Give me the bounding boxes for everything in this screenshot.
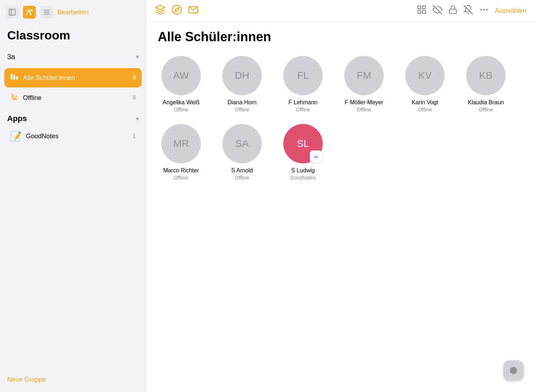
compass-icon[interactable]	[171, 4, 182, 18]
sidebar-item-alle-schueler[interactable]: Alle Schüler:innen 9	[4, 68, 142, 87]
student-name-fl: F Lehmann	[289, 99, 318, 106]
goodnotes-count: 1	[133, 133, 136, 140]
svg-marker-11	[156, 5, 165, 10]
avatar-kb: KB	[466, 56, 506, 95]
alle-schueler-icon	[10, 72, 19, 83]
class-row[interactable]: 3a ▾	[6, 49, 140, 64]
goodnotes-app-icon: 📝	[10, 130, 22, 142]
student-card-kb[interactable]: KB Klaudia Braun Offline	[463, 56, 509, 113]
student-name-mr: Marco Richter	[163, 167, 199, 174]
avatar-fm: FM	[344, 56, 384, 95]
svg-point-10	[14, 98, 15, 99]
main-toolbar: Auswählen	[146, 0, 535, 22]
offline-icon	[10, 92, 19, 103]
svg-point-3	[30, 10, 32, 12]
student-status-fl: Offline	[296, 107, 310, 113]
student-status-dh: Offline	[235, 107, 249, 113]
svg-rect-16	[422, 6, 425, 9]
main-toolbar-left	[155, 4, 199, 18]
sidebar-toggle-icon[interactable]	[6, 6, 19, 19]
student-status-kb: Offline	[479, 107, 493, 113]
avatar-sl: SL	[283, 124, 323, 163]
layers-icon[interactable]	[155, 4, 166, 18]
neue-gruppe-button[interactable]: Neue Gruppe	[7, 376, 46, 383]
avatar-initials-kv: KV	[418, 70, 431, 81]
svg-rect-15	[418, 6, 421, 9]
svg-rect-17	[418, 10, 421, 13]
apps-chevron-icon: ▾	[136, 115, 139, 122]
goodnotes-badge-sl	[310, 150, 322, 163]
student-status-kv: Offline	[418, 107, 432, 113]
avatar-initials-mr: MR	[173, 138, 189, 149]
sidebar-header: Classroom	[0, 20, 146, 46]
student-name-sa: S Arnold	[231, 167, 253, 174]
grid-icon[interactable]	[417, 5, 427, 17]
avatar-fl: FL	[283, 56, 323, 95]
bearbeiten-button[interactable]: Bearbeiten	[57, 9, 89, 16]
student-status-aw: Offline	[174, 107, 188, 113]
svg-rect-7	[11, 74, 13, 80]
student-card-fl[interactable]: FL F Lehmann Offline	[280, 56, 326, 113]
bell-off-icon[interactable]	[463, 5, 473, 17]
bottom-right-button-inner	[510, 367, 517, 374]
avatar-initials-dh: DH	[235, 70, 249, 81]
student-name-dh: Diana Horn	[228, 99, 257, 106]
bottom-right-button[interactable]	[503, 360, 524, 381]
student-card-sl[interactable]: SL S Ludwig GoodNotes	[280, 124, 326, 181]
student-name-fm: F Möller-Meyer	[345, 99, 383, 106]
avatar-aw: AW	[161, 56, 201, 95]
apps-section-title: Apps	[7, 114, 27, 123]
alle-schueler-label: Alle Schüler:innen	[23, 74, 128, 82]
offline-label: Offline	[23, 94, 128, 102]
sidebar-item-offline[interactable]: Offline 8	[4, 88, 142, 107]
avatar-initials-aw: AW	[173, 70, 189, 81]
student-status-mr: Offline	[174, 175, 188, 181]
svg-point-24	[481, 9, 482, 10]
auswahlen-button[interactable]: Auswählen	[495, 7, 526, 15]
avatar-initials-fl: FL	[297, 70, 309, 81]
student-card-kv[interactable]: KV Karin Vogt Offline	[402, 56, 448, 113]
student-card-aw[interactable]: AW Angelika Weiß Offline	[158, 56, 204, 113]
people-icon[interactable]	[23, 6, 36, 19]
svg-point-2	[28, 10, 30, 12]
avatar-sa: SA	[222, 124, 262, 163]
alle-schueler-count: 9	[133, 74, 136, 81]
class-section: 3a ▾	[0, 46, 146, 67]
svg-marker-13	[175, 8, 179, 12]
avatar-initials-kb: KB	[479, 70, 492, 81]
eye-off-icon[interactable]	[432, 5, 442, 17]
svg-point-22	[484, 9, 484, 10]
lock-icon[interactable]	[448, 5, 458, 17]
student-card-sa[interactable]: SA S Arnold Offline	[219, 124, 265, 181]
app-item-goodnotes[interactable]: 📝 GoodNotes 1	[4, 127, 142, 145]
student-card-dh[interactable]: DH Diana Horn Offline	[219, 56, 265, 113]
avatar-dh: DH	[222, 56, 262, 95]
student-grid: AW Angelika Weiß Offline DH Diana Horn O…	[146, 47, 535, 189]
app-title: Classroom	[7, 29, 139, 42]
avatar-initials-fm: FM	[357, 70, 371, 81]
avatar-initials-sa: SA	[235, 138, 248, 149]
more-icon[interactable]	[479, 5, 489, 17]
student-card-mr[interactable]: MR Marco Richter Offline	[158, 124, 204, 181]
svg-rect-9	[16, 76, 18, 80]
student-card-fm[interactable]: FM F Möller-Meyer Offline	[341, 56, 387, 113]
sidebar: Bearbeiten Classroom 3a ▾ Alle Schüler:i…	[0, 0, 146, 392]
student-name-aw: Angelika Weiß	[163, 99, 200, 106]
list-icon[interactable]	[40, 6, 53, 19]
class-name: 3a	[7, 53, 15, 61]
goodnotes-label: GoodNotes	[26, 133, 128, 140]
student-name-sl: S Ludwig	[291, 167, 315, 174]
student-status-fm: Offline	[357, 107, 371, 113]
mail-icon[interactable]	[188, 4, 199, 18]
class-chevron-icon: ▾	[136, 53, 139, 60]
sidebar-footer: Neue Gruppe	[0, 370, 146, 392]
apps-section-header[interactable]: Apps ▾	[0, 108, 146, 126]
svg-rect-0	[9, 9, 15, 15]
avatar-initials-sl: SL	[297, 138, 309, 149]
offline-count: 8	[133, 94, 136, 101]
student-status-sl: GoodNotes	[290, 175, 316, 181]
svg-rect-20	[449, 9, 456, 14]
svg-rect-18	[422, 10, 425, 13]
nav-items: Alle Schüler:innen 9 Offline 8	[0, 67, 146, 108]
svg-point-23	[487, 9, 487, 10]
